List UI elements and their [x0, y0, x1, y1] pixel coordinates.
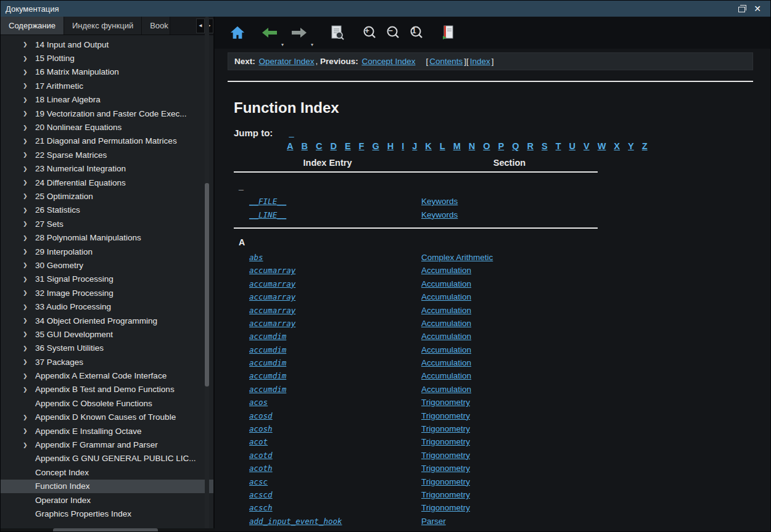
restore-button[interactable] — [733, 2, 749, 15]
expand-chevron-icon[interactable]: ❯ — [23, 304, 35, 310]
jump-letter-link[interactable]: K — [425, 141, 431, 151]
function-entry-link[interactable]: acotd — [249, 451, 421, 460]
expand-chevron-icon[interactable]: ❯ — [23, 166, 35, 172]
section-link[interactable]: Complex Arithmetic — [421, 253, 598, 262]
jump-letter-link[interactable]: Z — [642, 141, 648, 151]
function-entry-link[interactable]: accumdim — [249, 332, 421, 341]
expand-chevron-icon[interactable]: ❯ — [23, 55, 35, 62]
section-link[interactable]: Trigonometry — [421, 451, 598, 460]
jump-letter-link[interactable]: U — [569, 141, 575, 151]
function-entry-link[interactable]: acot — [249, 437, 421, 446]
expand-chevron-icon[interactable]: ❯ — [23, 442, 35, 448]
jump-letter-link[interactable]: R — [527, 141, 534, 151]
sidebar-item[interactable]: ❯Appendix E Installing Octave — [1, 424, 213, 438]
sidebar-item[interactable]: ❯Appendix F Grammar and Parser — [1, 438, 213, 451]
function-entry-link[interactable]: acscd — [249, 490, 421, 499]
function-entry-link[interactable]: accumdim — [249, 371, 421, 380]
sidebar-item[interactable]: ❯16 Matrix Manipulation — [1, 65, 213, 79]
tab-содержание[interactable]: Содержание — [1, 17, 64, 35]
section-link[interactable]: Trigonometry — [421, 411, 598, 420]
expand-chevron-icon[interactable]: ❯ — [23, 262, 35, 268]
sidebar-item[interactable]: Graphics Properties Index — [1, 507, 213, 520]
expand-chevron-icon[interactable]: ❯ — [23, 428, 35, 434]
section-link[interactable]: Trigonometry — [421, 490, 598, 499]
section-link[interactable]: Accumulation — [421, 292, 598, 301]
section-link[interactable]: Trigonometry — [421, 503, 598, 512]
jump-letter-link[interactable]: S — [542, 141, 548, 151]
section-link[interactable]: Trigonometry — [421, 437, 598, 446]
expand-chevron-icon[interactable]: ❯ — [23, 235, 35, 241]
sidebar-item[interactable]: ❯22 Sparse Matrices — [1, 148, 213, 162]
function-entry-link[interactable]: accumarray — [249, 292, 421, 301]
sidebar-item[interactable]: ❯35 GUI Development — [1, 327, 213, 341]
expand-chevron-icon[interactable]: ❯ — [23, 125, 35, 131]
function-entry-link[interactable]: add_input_event_hook — [249, 517, 421, 526]
expand-chevron-icon[interactable]: ❯ — [23, 221, 35, 227]
sidebar-item[interactable]: Concept Index — [1, 465, 213, 479]
expand-chevron-icon[interactable]: ❯ — [23, 248, 35, 255]
sidebar-item[interactable]: ❯33 Audio Processing — [1, 300, 213, 313]
sidebar-item[interactable]: ❯17 Arithmetic — [1, 79, 213, 92]
close-button[interactable]: ✕ — [749, 2, 765, 15]
index-link[interactable]: Index — [470, 57, 490, 66]
section-link[interactable]: Accumulation — [421, 385, 598, 394]
sidebar-item[interactable]: ❯31 Signal Processing — [1, 272, 213, 286]
sidebar-item[interactable]: ❯34 Object Oriented Programming — [1, 314, 213, 327]
sidebar-item[interactable]: Appendix C Obsolete Functions — [1, 396, 213, 410]
home-button[interactable] — [228, 23, 247, 42]
tab-book[interactable]: Book — [142, 17, 170, 35]
expand-chevron-icon[interactable]: ❯ — [23, 41, 35, 47]
function-entry-link[interactable]: accumarray — [249, 306, 421, 315]
contents-link[interactable]: Contents — [429, 57, 463, 66]
expand-chevron-icon[interactable]: ❯ — [23, 179, 35, 186]
expand-chevron-icon[interactable]: ❯ — [23, 193, 35, 199]
sidebar-item[interactable]: ❯26 Statistics — [1, 203, 213, 217]
sidebar-item[interactable]: Operator Index — [1, 493, 213, 507]
sidebar-item[interactable]: ❯18 Linear Algebra — [1, 93, 213, 107]
sidebar-item[interactable]: ❯36 System Utilities — [1, 342, 213, 355]
section-link[interactable]: Accumulation — [421, 358, 598, 367]
expand-chevron-icon[interactable]: ❯ — [23, 414, 35, 420]
sidebar-scrollbar-thumb[interactable] — [205, 183, 209, 387]
previous-page-link[interactable]: Concept Index — [361, 57, 415, 66]
back-history-dropdown[interactable]: ▾ — [281, 42, 284, 47]
section-link[interactable]: Parser — [421, 517, 598, 526]
function-entry-link[interactable]: accumarray — [249, 319, 421, 328]
expand-chevron-icon[interactable]: ❯ — [23, 138, 35, 144]
zoom-in-button[interactable]: + — [360, 23, 379, 42]
jump-letter-link[interactable]: F — [359, 141, 365, 151]
jump-letter-link[interactable]: L — [440, 141, 445, 151]
jump-letter-link[interactable]: E — [345, 141, 351, 151]
expand-chevron-icon[interactable]: ❯ — [23, 83, 35, 89]
jump-letter-link[interactable]: C — [316, 141, 322, 151]
function-entry-link[interactable]: accumarray — [249, 266, 421, 275]
sidebar-item[interactable]: ❯30 Geometry — [1, 258, 213, 272]
jump-letter-link[interactable]: O — [483, 141, 490, 151]
jump-letter-link[interactable]: J — [412, 141, 417, 151]
expand-chevron-icon[interactable]: ❯ — [23, 290, 35, 296]
section-link[interactable]: Trigonometry — [421, 477, 598, 486]
jump-letter-link[interactable]: I — [402, 141, 404, 151]
sidebar-item[interactable]: ❯24 Differential Equations — [1, 176, 213, 189]
sidebar-item[interactable]: ❯Appendix A External Code Interface — [1, 369, 213, 382]
function-entry-link[interactable]: acos — [249, 398, 421, 407]
zoom-original-button[interactable]: 1 — [407, 23, 426, 42]
find-button[interactable] — [328, 23, 347, 42]
expand-chevron-icon[interactable]: ❯ — [23, 276, 35, 282]
expand-chevron-icon[interactable]: ❯ — [23, 97, 35, 103]
section-link[interactable]: Keywords — [421, 210, 598, 219]
jump-letter-link[interactable]: M — [453, 141, 461, 151]
section-link[interactable]: Keywords — [421, 197, 598, 206]
sidebar-item[interactable]: ❯27 Sets — [1, 217, 213, 231]
sidebar-item[interactable]: ❯28 Polynomial Manipulations — [1, 231, 213, 244]
section-link[interactable]: Accumulation — [421, 319, 598, 328]
section-link[interactable]: Accumulation — [421, 371, 598, 380]
function-entry-link[interactable]: acoth — [249, 464, 421, 473]
function-entry-link[interactable]: __LINE__ — [249, 210, 421, 219]
section-link[interactable]: Accumulation — [421, 345, 598, 354]
sidebar-item[interactable]: ❯29 Interpolation — [1, 245, 213, 258]
jump-letter-link[interactable]: Q — [512, 141, 519, 151]
jump-letter-link[interactable]: X — [614, 141, 620, 151]
jump-letter-link[interactable]: B — [301, 141, 307, 151]
jump-letter-underscore-link[interactable]: _ — [289, 128, 294, 138]
